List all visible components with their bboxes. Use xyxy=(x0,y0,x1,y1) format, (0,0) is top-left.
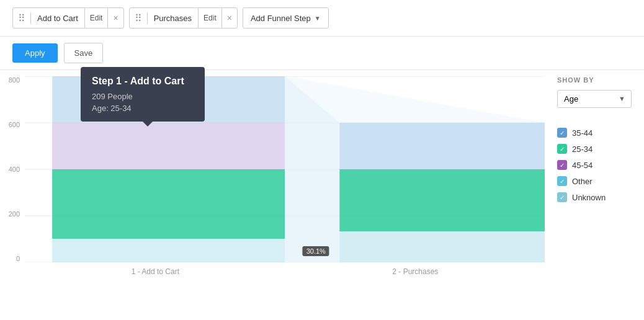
legend-checkbox-45-54[interactable]: ✓ xyxy=(557,160,567,170)
legend-item-35-44: ✓35-44 xyxy=(557,128,632,138)
legend-label-45-54: 45-54 xyxy=(572,161,593,170)
svg-rect-6 xyxy=(52,123,285,169)
drag-handle-2[interactable]: ⠿ xyxy=(130,12,148,24)
svg-rect-7 xyxy=(52,169,285,239)
drag-handle-1[interactable]: ⠿ xyxy=(13,12,31,24)
legend-item-25-34: ✓25-34 xyxy=(557,144,632,154)
step2-edit-button[interactable]: Edit xyxy=(198,8,221,28)
y-label-800: 800 xyxy=(0,76,20,84)
legend-item-other: ✓Other xyxy=(557,176,632,186)
legend-checkbox-25-34[interactable]: ✓ xyxy=(557,144,567,154)
legend-checkbox-35-44[interactable]: ✓ xyxy=(557,128,567,138)
chart-container: Step 1 - Add to Cart 209 People Age: 25-… xyxy=(25,76,545,262)
svg-rect-13 xyxy=(339,231,545,262)
svg-rect-12 xyxy=(339,169,545,231)
legend-checkbox-unknown[interactable]: ✓ xyxy=(557,192,567,202)
legend-label-25-34: 25-34 xyxy=(572,144,593,154)
legend-label-other: Other xyxy=(572,177,593,186)
step1-label: Add to Cart xyxy=(31,14,84,23)
funnel-step-1: ⠿ Add to Cart Edit × xyxy=(12,7,124,29)
action-bar: Apply Save xyxy=(0,37,644,70)
top-bar: ⠿ Add to Cart Edit × ⠿ Purchases Edit × … xyxy=(0,0,644,37)
percent-badge: 30.1% xyxy=(303,246,329,256)
legend-label-unknown: Unknown xyxy=(572,193,606,202)
apply-button[interactable]: Apply xyxy=(12,43,58,63)
legend-label-35-44: 35-44 xyxy=(572,128,593,138)
legend-item-45-54: ✓45-54 xyxy=(557,160,632,170)
show-by-select[interactable]: Age xyxy=(557,90,632,108)
add-funnel-label: Add Funnel Step xyxy=(251,14,311,23)
chevron-down-icon: ▼ xyxy=(315,15,321,22)
y-label-600: 600 xyxy=(0,121,20,128)
funnel-step-2: ⠿ Purchases Edit × xyxy=(129,7,238,29)
svg-rect-11 xyxy=(339,123,545,169)
show-by-label: SHOW BY xyxy=(557,76,632,84)
step1-close-button[interactable]: × xyxy=(107,8,123,28)
add-funnel-step-button[interactable]: Add Funnel Step ▼ xyxy=(243,7,329,29)
y-axis: 800 600 400 200 0 xyxy=(0,76,25,262)
legend-container: ✓35-44✓25-34✓45-54✓Other✓Unknown xyxy=(557,128,632,202)
legend-item-unknown: ✓Unknown xyxy=(557,192,632,202)
y-label-0: 0 xyxy=(0,255,20,262)
step2-close-button[interactable]: × xyxy=(221,8,237,28)
svg-rect-8 xyxy=(52,239,285,262)
svg-rect-5 xyxy=(52,76,285,123)
legend-checkbox-other[interactable]: ✓ xyxy=(557,176,567,186)
x-axis: 1 - Add to Cart 2 - Purchases xyxy=(0,262,545,276)
y-label-200: 200 xyxy=(0,210,20,218)
save-button[interactable]: Save xyxy=(64,43,104,63)
step2-label: Purchases xyxy=(148,14,198,23)
step1-edit-button[interactable]: Edit xyxy=(84,8,108,28)
y-label-400: 400 xyxy=(0,166,20,173)
x-label-1: 1 - Add to Cart xyxy=(132,267,179,276)
show-by-panel: SHOW BY Age ▼ ✓35-44✓25-34✓45-54✓Other✓U… xyxy=(545,76,644,276)
x-label-2: 2 - Purchases xyxy=(392,267,438,276)
chart-svg xyxy=(25,76,545,262)
